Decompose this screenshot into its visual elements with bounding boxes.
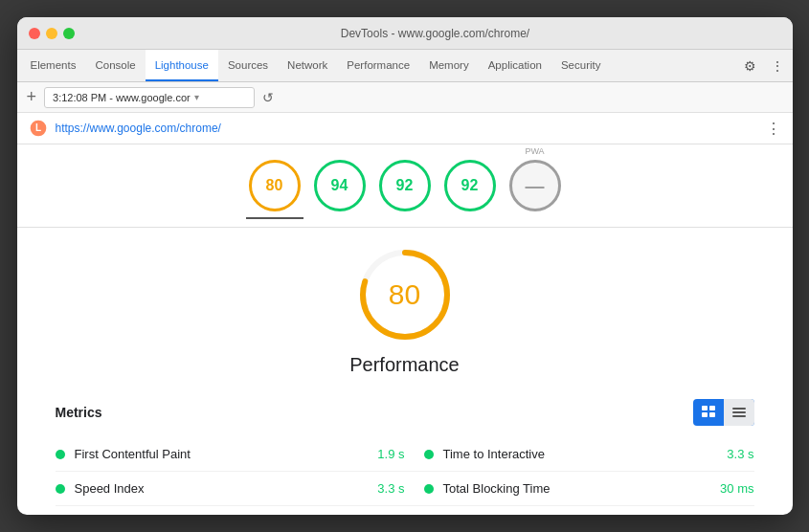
lighthouse-url-bar: L https://www.google.com/chrome/ ⋮ (17, 113, 793, 144)
minimize-button[interactable] (46, 28, 57, 39)
tab-lighthouse[interactable]: Lighthouse (146, 50, 218, 81)
lighthouse-panel: L https://www.google.com/chrome/ ⋮ 80 94 (17, 113, 793, 515)
new-tab-button[interactable]: + (27, 87, 37, 107)
traffic-lights (29, 28, 75, 39)
si-dot (56, 484, 65, 494)
tab-memory[interactable]: Memory (419, 50, 479, 81)
more-options-icon[interactable]: ⋮ (766, 55, 789, 78)
score-circle-94: 94 (314, 160, 366, 211)
grid-view-icon (701, 405, 716, 420)
fcp-label: First Contentful Paint (75, 447, 369, 461)
tbt-label: Total Blocking Time (443, 481, 711, 496)
si-label: Speed Index (75, 481, 369, 496)
lighthouse-icon: L (29, 119, 48, 138)
tab-elements[interactable]: Elements (21, 50, 86, 81)
title-bar: DevTools - www.google.com/chrome/ (17, 17, 793, 50)
svg-rect-5 (709, 406, 715, 410)
big-score-circle: 80 (357, 247, 453, 343)
tti-value: 3.3 s (727, 447, 753, 461)
tab-performance[interactable]: Performance (337, 50, 419, 81)
metric-cls: Cumulative Layout Shift 0 (405, 506, 754, 515)
devtools-tab-bar: Elements Console Lighthouse Sources Netw… (17, 50, 793, 82)
view-toggle (693, 399, 754, 426)
list-view-button[interactable] (724, 399, 754, 426)
lighthouse-menu-icon[interactable]: ⋮ (766, 120, 781, 138)
metric-tbt: Total Blocking Time 30 ms (405, 472, 754, 506)
tab-security[interactable]: Security (551, 50, 611, 81)
score-tab-pwa[interactable]: PWA — (506, 160, 564, 219)
performance-section-title: Performance (349, 354, 460, 376)
tti-label: Time to Interactive (443, 447, 718, 461)
fcp-dot (56, 450, 65, 459)
tbt-dot (424, 484, 434, 494)
devtools-actions: ⚙ ⋮ (739, 55, 789, 81)
svg-text:L: L (34, 122, 40, 133)
metric-lcp: Largest Contentful Paint 4.8 s (56, 506, 405, 515)
svg-rect-6 (702, 412, 708, 417)
list-view-icon (731, 405, 747, 420)
metric-fcp: First Contentful Paint 1.9 s (56, 437, 405, 472)
score-circle-92a: 92 (379, 160, 431, 211)
score-tab-4[interactable]: 92 (441, 160, 499, 219)
pwa-label: PWA (525, 146, 544, 156)
tab-console[interactable]: Console (85, 50, 145, 81)
url-bar[interactable]: 3:12:08 PM - www.google.cor ▾ (44, 87, 255, 108)
tti-dot (424, 450, 434, 459)
big-score-number: 80 (389, 278, 420, 311)
svg-rect-9 (732, 411, 746, 413)
score-tab-2[interactable]: 94 (311, 160, 369, 219)
refresh-icon[interactable]: ↺ (262, 90, 274, 105)
metric-tti: Time to Interactive 3.3 s (405, 437, 754, 472)
score-circle-80: 80 (249, 160, 301, 211)
lighthouse-url: https://www.google.com/chrome/ (56, 122, 221, 135)
score-tabs: 80 94 92 92 (17, 144, 793, 228)
gear-icon[interactable]: ⚙ (739, 55, 762, 78)
tbt-value: 30 ms (720, 481, 753, 496)
metrics-header: Metrics (56, 399, 754, 426)
metric-si: Speed Index 3.3 s (56, 472, 405, 506)
close-button[interactable] (29, 28, 40, 39)
maximize-button[interactable] (63, 28, 75, 39)
svg-rect-8 (732, 408, 746, 410)
score-tab-performance[interactable]: 80 (246, 160, 303, 219)
tab-network[interactable]: Network (278, 50, 337, 81)
performance-score-section: 80 Performance (56, 247, 754, 376)
url-dropdown-icon: ▾ (194, 92, 199, 102)
tab-sources[interactable]: Sources (218, 50, 278, 81)
lighthouse-main: 80 Performance Metrics (17, 228, 793, 515)
url-text: 3:12:08 PM - www.google.cor (53, 92, 191, 103)
grid-view-button[interactable] (693, 399, 724, 426)
score-circle-92b: 92 (444, 160, 496, 211)
si-value: 3.3 s (377, 481, 404, 496)
score-tab-3[interactable]: 92 (376, 160, 434, 219)
fcp-value: 1.9 s (377, 447, 404, 461)
score-circle-pwa: — (509, 160, 561, 211)
svg-rect-4 (702, 406, 708, 410)
metrics-label: Metrics (56, 405, 693, 420)
devtools-window: DevTools - www.google.com/chrome/ Elemen… (17, 17, 793, 515)
tab-application[interactable]: Application (479, 50, 551, 81)
svg-rect-10 (732, 415, 746, 417)
address-bar: + 3:12:08 PM - www.google.cor ▾ ↺ (17, 82, 793, 113)
window-title: DevTools - www.google.com/chrome/ (90, 27, 781, 40)
metrics-grid: First Contentful Paint 1.9 s Time to Int… (56, 437, 754, 515)
svg-rect-7 (709, 412, 715, 417)
